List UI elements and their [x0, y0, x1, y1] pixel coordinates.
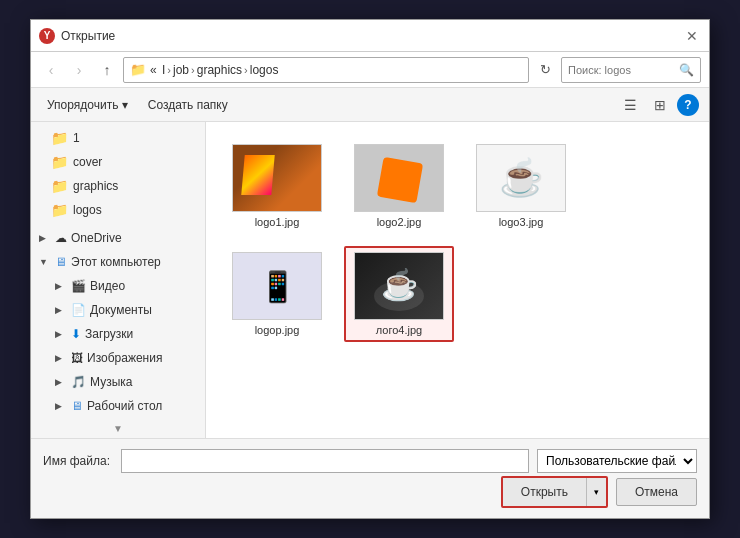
filename-logo1: logo1.jpg: [255, 216, 300, 228]
open-arrow-button[interactable]: ▾: [586, 478, 606, 506]
cancel-label: Отмена: [635, 485, 678, 499]
sidebar-item-cover[interactable]: 📁 cover: [31, 150, 205, 174]
file-item-logo2[interactable]: logo2.jpg: [344, 138, 454, 234]
refresh-button[interactable]: ↻: [533, 58, 557, 82]
thumbnail-logo3: [476, 144, 566, 212]
folder-icon: 📁: [51, 154, 67, 170]
sidebar: 📁 1 📁 cover 📁 graphics 📁 logos ▶ ☁ OneDr…: [31, 122, 206, 438]
thumbnail-logo2: [354, 144, 444, 212]
expand-arrow: ▶: [55, 401, 67, 411]
breadcrumb-job: job: [173, 63, 189, 77]
sidebar-item-graphics[interactable]: 📁 graphics: [31, 174, 205, 198]
sidebar-item-1[interactable]: 📁 1: [31, 126, 205, 150]
dialog-title: Открытие: [61, 29, 115, 43]
sidebar-item-music[interactable]: ▶ 🎵 Музыка: [31, 370, 205, 394]
desktop-icon: 🖥: [71, 399, 83, 413]
close-button[interactable]: ✕: [683, 27, 701, 45]
file-item-logo1[interactable]: logo1.jpg: [222, 138, 332, 234]
breadcrumb-sep3: ›: [191, 64, 195, 76]
title-bar-left: Y Открытие: [39, 28, 115, 44]
sidebar-label-images: Изображения: [87, 351, 162, 365]
sidebar-item-this-pc[interactable]: ▼ 🖥 Этот компьютер: [31, 250, 205, 274]
expand-arrow: ▶: [55, 353, 67, 363]
sidebar-label-graphics: graphics: [73, 179, 118, 193]
open-dropdown-arrow-icon: ▾: [594, 487, 599, 497]
view-icon: ☰: [624, 97, 637, 113]
view-toggle-button[interactable]: ☰: [617, 92, 643, 118]
title-bar: Y Открытие ✕: [31, 20, 709, 52]
action-row: Открыть ▾ Отмена: [43, 476, 697, 508]
sidebar-item-downloads[interactable]: ▶ ⬇ Загрузки: [31, 322, 205, 346]
help-button[interactable]: ?: [677, 94, 699, 116]
expand-arrow: ▶: [55, 377, 67, 387]
breadcrumb-sep1: «: [150, 63, 157, 77]
search-input[interactable]: [568, 64, 675, 76]
filename-label: Имя файла:: [43, 454, 113, 468]
search-bar[interactable]: 🔍: [561, 57, 701, 83]
back-button[interactable]: ‹: [39, 58, 63, 82]
filename-input[interactable]: [121, 449, 529, 473]
thumbnail-logop: [232, 252, 322, 320]
sidebar-item-desktop[interactable]: ▶ 🖥 Рабочий стол: [31, 394, 205, 418]
computer-icon: 🖥: [55, 255, 67, 269]
sidebar-item-logos[interactable]: 📁 logos: [31, 198, 205, 222]
expand-arrow: ▶: [55, 329, 67, 339]
filetype-select[interactable]: Пользовательские файлы: [537, 449, 697, 473]
filename-logo4: лого4.jpg: [376, 324, 422, 336]
file-item-logo3[interactable]: logo3.jpg: [466, 138, 576, 234]
folder-icon: 📁: [51, 130, 67, 146]
organize-label: Упорядочить ▾: [47, 98, 128, 112]
breadcrumb-i: I: [159, 63, 166, 77]
file-pane: logo1.jpg logo2.jpg logo3.jpg logop.jpg …: [206, 122, 709, 438]
main-content: 📁 1 📁 cover 📁 graphics 📁 logos ▶ ☁ OneDr…: [31, 122, 709, 438]
file-item-logo4[interactable]: лого4.jpg: [344, 246, 454, 342]
organize-button[interactable]: Упорядочить ▾: [41, 96, 134, 114]
thumbnail-logo1: [232, 144, 322, 212]
images-icon: 🖼: [71, 351, 83, 365]
folder-icon: 📁: [51, 202, 67, 218]
sidebar-item-images[interactable]: ▶ 🖼 Изображения: [31, 346, 205, 370]
sidebar-label-this-pc: Этот компьютер: [71, 255, 161, 269]
onedrive-icon: ☁: [55, 231, 67, 245]
toolbar-right: ☰ ⊞ ?: [617, 92, 699, 118]
open-button[interactable]: Открыть: [503, 478, 586, 506]
cancel-button[interactable]: Отмена: [616, 478, 697, 506]
file-item-logop[interactable]: logop.jpg: [222, 246, 332, 342]
forward-button[interactable]: ›: [67, 58, 91, 82]
nav-bar: ‹ › ↑ 📁 « I › job › graphics › logos ↻ 🔍: [31, 52, 709, 88]
folder-icon: 📁: [51, 178, 67, 194]
expand-arrow: ▶: [55, 281, 67, 291]
breadcrumb-graphics: graphics: [197, 63, 242, 77]
toolbar: Упорядочить ▾ Создать папку ☰ ⊞ ?: [31, 88, 709, 122]
sidebar-label-1: 1: [73, 131, 80, 145]
sidebar-item-onedrive[interactable]: ▶ ☁ OneDrive: [31, 226, 205, 250]
breadcrumb-sep2: ›: [167, 64, 171, 76]
sidebar-label-logos: logos: [73, 203, 102, 217]
filename-logo3: logo3.jpg: [499, 216, 544, 228]
expand-arrow: ▶: [39, 233, 51, 243]
sidebar-label-video: Видео: [90, 279, 125, 293]
sidebar-item-documents[interactable]: ▶ 📄 Документы: [31, 298, 205, 322]
sidebar-label-onedrive: OneDrive: [71, 231, 122, 245]
address-folder-icon: 📁: [130, 62, 146, 77]
video-icon: 🎬: [71, 279, 86, 293]
view-grid-icon: ⊞: [654, 97, 666, 113]
up-button[interactable]: ↑: [95, 58, 119, 82]
sidebar-label-music: Музыка: [90, 375, 132, 389]
open-label: Открыть: [521, 485, 568, 499]
music-icon: 🎵: [71, 375, 86, 389]
help-label: ?: [684, 98, 691, 112]
new-folder-button[interactable]: Создать папку: [142, 96, 234, 114]
sidebar-label-cover: cover: [73, 155, 102, 169]
sidebar-item-video[interactable]: ▶ 🎬 Видео: [31, 274, 205, 298]
expand-arrow: ▶: [55, 305, 67, 315]
open-dialog: Y Открытие ✕ ‹ › ↑ 📁 « I › job › graphic…: [30, 19, 710, 519]
documents-icon: 📄: [71, 303, 86, 317]
app-icon: Y: [39, 28, 55, 44]
filename-row: Имя файла: Пользовательские файлы: [43, 449, 697, 473]
view-grid-button[interactable]: ⊞: [647, 92, 673, 118]
address-bar[interactable]: 📁 « I › job › graphics › logos: [123, 57, 529, 83]
scroll-down-area[interactable]: ▼: [31, 418, 205, 438]
filename-logo2: logo2.jpg: [377, 216, 422, 228]
bottom-bar: Имя файла: Пользовательские файлы Открыт…: [31, 438, 709, 518]
